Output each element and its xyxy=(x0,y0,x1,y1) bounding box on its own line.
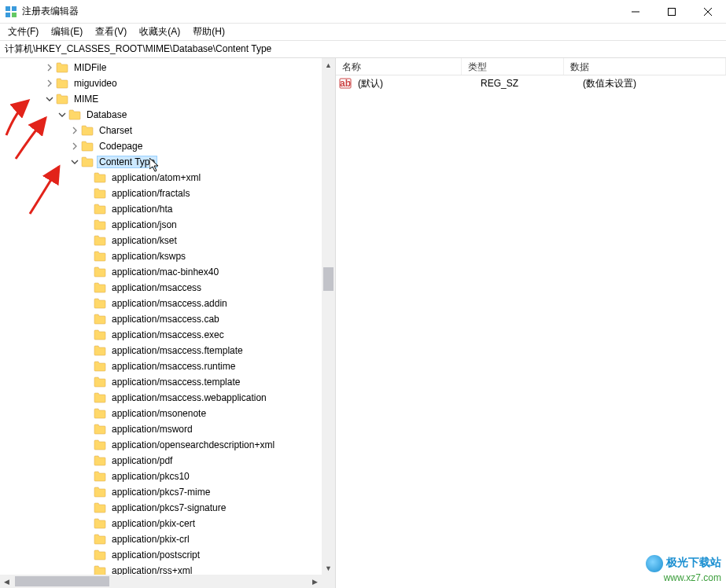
tree-node-label: Codepage xyxy=(97,140,145,153)
tree-node[interactable]: application/pkcs7-signature xyxy=(0,500,335,516)
scroll-thumb[interactable] xyxy=(323,267,334,291)
value-name: (默认) xyxy=(356,77,479,90)
tree-node[interactable]: Codepage xyxy=(0,138,335,154)
tree-node[interactable]: application/pkix-crl xyxy=(0,531,335,547)
watermark-line2: www.xz7.com xyxy=(646,572,721,583)
tree-node[interactable]: application/msaccess.runtime xyxy=(0,358,335,374)
tree-node-label: application/mac-binhex40 xyxy=(109,266,221,278)
scroll-down-button[interactable]: ▼ xyxy=(322,561,335,575)
tree-node[interactable]: MIME xyxy=(0,91,335,107)
chevron-down-icon[interactable] xyxy=(44,94,55,105)
values-list[interactable]: ab(默认)REG_SZ(数值未设置) xyxy=(336,75,726,588)
chevron-down-icon[interactable] xyxy=(57,109,68,120)
scroll-corner xyxy=(322,575,335,588)
address-bar[interactable]: 计算机\HKEY_CLASSES_ROOT\MIME\Database\Cont… xyxy=(0,41,726,58)
watermark: 极光下载站 www.xz7.com xyxy=(646,555,721,583)
menu-view[interactable]: 查看(V) xyxy=(89,24,133,40)
tree-node[interactable]: application/pdf xyxy=(0,453,335,469)
tree-node[interactable]: application/kswps xyxy=(0,248,335,264)
registry-tree[interactable]: MIDFilemiguvideoMIMEDatabaseCharsetCodep… xyxy=(0,58,335,588)
svg-rect-5 xyxy=(669,8,676,15)
tree-node[interactable]: application/hta xyxy=(0,201,335,217)
tree-node-label: application/opensearchdescription+xml xyxy=(109,439,277,451)
menu-help[interactable]: 帮助(H) xyxy=(186,24,231,40)
chevron-right-icon[interactable] xyxy=(69,125,80,136)
tree-scrollbar-vertical[interactable]: ▲ ▼ xyxy=(322,58,335,575)
menu-file[interactable]: 文件(F) xyxy=(2,24,45,40)
tree-node[interactable]: application/json xyxy=(0,217,335,233)
tree-node[interactable]: application/pkcs7-mime xyxy=(0,484,335,500)
chevron-right-icon[interactable] xyxy=(44,78,55,89)
tree-node[interactable]: application/msaccess.exec xyxy=(0,327,335,343)
tree-node[interactable]: application/msaccess.addin xyxy=(0,296,335,311)
close-button[interactable] xyxy=(690,0,726,24)
maximize-button[interactable] xyxy=(654,0,690,24)
tree-node[interactable]: application/msaccess.webapplication xyxy=(0,390,335,406)
svg-rect-3 xyxy=(12,13,17,17)
tree-node[interactable]: miguvideo xyxy=(0,75,335,91)
tree-scrollbar-horizontal[interactable]: ◀ ▶ xyxy=(0,575,335,588)
titlebar: 注册表编辑器 xyxy=(0,0,726,24)
scroll-up-button[interactable]: ▲ xyxy=(322,58,335,72)
tree-node[interactable]: Content Type xyxy=(0,154,335,170)
list-header: 名称 类型 数据 xyxy=(336,58,726,75)
svg-rect-1 xyxy=(12,6,17,11)
col-header-data[interactable]: 数据 xyxy=(564,58,726,75)
tree-node[interactable]: application/msword xyxy=(0,421,335,437)
scroll-track[interactable] xyxy=(322,72,335,561)
scroll-track-h[interactable] xyxy=(13,575,308,588)
tree-node-label: application/msaccess xyxy=(109,281,204,294)
tree-node[interactable]: application/fractals xyxy=(0,186,335,201)
tree-node[interactable]: application/msonenote xyxy=(0,406,335,421)
tree-node[interactable]: application/opensearchdescription+xml xyxy=(0,437,335,453)
svg-rect-2 xyxy=(6,13,10,17)
value-data: (数值未设置) xyxy=(581,77,726,90)
tree-node[interactable]: application/kset xyxy=(0,233,335,248)
scroll-right-button[interactable]: ▶ xyxy=(308,575,322,588)
svg-rect-0 xyxy=(6,6,10,11)
tree-node[interactable]: application/pkcs10 xyxy=(0,469,335,484)
watermark-badge-icon xyxy=(646,555,663,572)
tree-node[interactable]: application/pkix-cert xyxy=(0,516,335,531)
tree-node-label: application/pkcs7-mime xyxy=(109,486,212,498)
window-controls xyxy=(617,0,726,24)
svg-text:ab: ab xyxy=(340,78,351,89)
tree-node[interactable]: application/msaccess xyxy=(0,280,335,296)
tree-node-label: application/fractals xyxy=(109,187,192,200)
chevron-right-icon[interactable] xyxy=(44,62,55,73)
tree-node-label: application/msonenote xyxy=(109,407,208,420)
menu-favorites[interactable]: 收藏夹(A) xyxy=(133,24,186,40)
main-area: MIDFilemiguvideoMIMEDatabaseCharsetCodep… xyxy=(0,58,726,588)
scroll-left-button[interactable]: ◀ xyxy=(0,575,13,588)
window-title: 注册表编辑器 xyxy=(22,5,617,18)
chevron-down-icon[interactable] xyxy=(69,156,80,167)
tree-node-label: MIDFile xyxy=(72,61,109,74)
tree-node-label: application/pkix-cert xyxy=(109,517,197,530)
tree-node-label: application/msaccess.webapplication xyxy=(109,391,269,404)
tree-node-label: application/pkix-crl xyxy=(109,533,192,546)
tree-node[interactable]: application/postscript xyxy=(0,547,335,563)
tree-node[interactable]: application/msaccess.template xyxy=(0,374,335,390)
tree-node-label: application/atom+xml xyxy=(109,171,203,184)
tree-node[interactable]: application/msaccess.ftemplate xyxy=(0,343,335,358)
tree-node[interactable]: application/atom+xml xyxy=(0,170,335,186)
tree-node[interactable]: Database xyxy=(0,107,335,123)
tree-node[interactable]: application/mac-binhex40 xyxy=(0,264,335,280)
watermark-line1: 极光下载站 xyxy=(666,556,721,568)
tree-node-label: application/json xyxy=(109,219,179,231)
chevron-right-icon[interactable] xyxy=(69,141,80,152)
tree-node-label: application/pkcs10 xyxy=(109,470,192,483)
tree-node[interactable]: MIDFile xyxy=(0,60,335,75)
tree-node-label: application/pkcs7-signature xyxy=(109,502,228,514)
tree-node-label: Database xyxy=(84,108,129,121)
menubar: 文件(F) 编辑(E) 查看(V) 收藏夹(A) 帮助(H) xyxy=(0,24,726,41)
scroll-thumb-h[interactable] xyxy=(15,576,109,586)
value-row[interactable]: ab(默认)REG_SZ(数值未设置) xyxy=(336,75,726,91)
tree-node-label: application/msaccess.cab xyxy=(109,313,222,325)
menu-edit[interactable]: 编辑(E) xyxy=(45,24,89,40)
tree-node[interactable]: Charset xyxy=(0,123,335,138)
col-header-type[interactable]: 类型 xyxy=(462,58,564,75)
col-header-name[interactable]: 名称 xyxy=(336,58,462,75)
tree-node[interactable]: application/msaccess.cab xyxy=(0,311,335,327)
minimize-button[interactable] xyxy=(617,0,654,24)
